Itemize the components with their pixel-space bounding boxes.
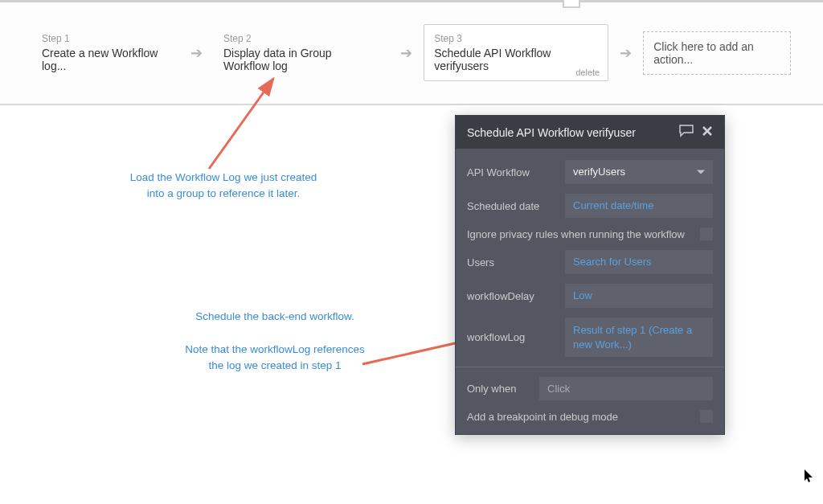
step-title: Display data in Group Workflow log bbox=[223, 47, 379, 72]
field-label: workflowDelay bbox=[467, 290, 565, 302]
step-number: Step 3 bbox=[434, 33, 598, 44]
annotation-callout-1: Load the Workflow Log we just created in… bbox=[127, 170, 320, 203]
step-number: Step 2 bbox=[223, 33, 379, 44]
api-workflow-select[interactable]: verifyUsers bbox=[565, 160, 713, 184]
workflow-steps-bar: Step 1 Create a new Workflow log... ➔ St… bbox=[0, 0, 823, 105]
comment-icon[interactable] bbox=[679, 125, 694, 140]
field-label: workflowLog bbox=[467, 331, 565, 343]
row-users: Users Search for Users bbox=[467, 250, 713, 274]
step-title: Schedule API Workflow verifyusers bbox=[434, 47, 598, 72]
row-scheduled-date: Scheduled date Current date/time bbox=[467, 194, 713, 218]
row-only-when: Only when Click bbox=[467, 377, 713, 400]
add-action-label: Click here to add an action... bbox=[653, 40, 780, 66]
only-when-input[interactable]: Click bbox=[539, 377, 713, 400]
row-debug-breakpoint: Add a breakpoint in debug mode bbox=[467, 410, 713, 423]
step-title: Create a new Workflow log... bbox=[42, 47, 170, 72]
debug-breakpoint-checkbox[interactable] bbox=[700, 410, 713, 423]
row-api-workflow: API Workflow verifyUsers bbox=[467, 160, 713, 184]
add-action-placeholder[interactable]: Click here to add an action... bbox=[643, 31, 791, 75]
action-property-panel: Schedule API Workflow verifyuser API Wor… bbox=[455, 115, 725, 435]
workflow-step-2[interactable]: Step 2 Display data in Group Workflow lo… bbox=[214, 25, 389, 80]
close-icon[interactable] bbox=[702, 125, 713, 139]
mouse-cursor-icon bbox=[804, 469, 815, 486]
field-label: API Workflow bbox=[467, 166, 565, 178]
field-label: Ignore privacy rules when running the wo… bbox=[467, 228, 700, 240]
chevron-right-icon: ➔ bbox=[616, 44, 635, 62]
field-value: Low bbox=[573, 289, 592, 301]
row-workflow-log: workflowLog Result of step 1 (Create a n… bbox=[467, 318, 713, 357]
divider bbox=[456, 367, 724, 367]
field-label: Users bbox=[467, 256, 565, 268]
workflow-delay-input[interactable]: Low bbox=[565, 284, 713, 308]
field-label: Add a breakpoint in debug mode bbox=[467, 411, 700, 423]
panel-header[interactable]: Schedule API Workflow verifyuser bbox=[456, 116, 724, 149]
panel-body: API Workflow verifyUsers Scheduled date … bbox=[456, 149, 724, 434]
annotation-callout-2: Schedule the back-end workflow. Note tha… bbox=[178, 309, 371, 374]
row-ignore-privacy: Ignore privacy rules when running the wo… bbox=[467, 227, 713, 240]
workflow-step-3-selected[interactable]: Step 3 Schedule API Workflow verifyusers… bbox=[424, 24, 608, 81]
chevron-right-icon: ➔ bbox=[187, 44, 206, 62]
row-workflow-delay: workflowDelay Low bbox=[467, 284, 713, 308]
field-label: Only when bbox=[467, 383, 530, 395]
field-value: Search for Users bbox=[573, 256, 652, 268]
chevron-right-icon: ➔ bbox=[397, 44, 416, 62]
active-tab-notch bbox=[563, 0, 580, 8]
chevron-down-icon bbox=[697, 170, 705, 174]
scheduled-date-input[interactable]: Current date/time bbox=[565, 194, 713, 218]
select-value: verifyUsers bbox=[573, 166, 625, 178]
workflow-log-input[interactable]: Result of step 1 (Create a new Work...) bbox=[565, 318, 713, 357]
field-value: Current date/time bbox=[573, 199, 653, 211]
field-value: Result of step 1 (Create a new Work...) bbox=[573, 324, 692, 350]
users-input[interactable]: Search for Users bbox=[565, 250, 713, 274]
delete-step-link[interactable]: delete bbox=[575, 68, 600, 77]
field-label: Scheduled date bbox=[467, 200, 565, 212]
ignore-privacy-checkbox[interactable] bbox=[700, 227, 713, 240]
step-number: Step 1 bbox=[42, 33, 170, 44]
workflow-step-1[interactable]: Step 1 Create a new Workflow log... bbox=[32, 25, 179, 80]
panel-title: Schedule API Workflow verifyuser bbox=[467, 126, 671, 139]
